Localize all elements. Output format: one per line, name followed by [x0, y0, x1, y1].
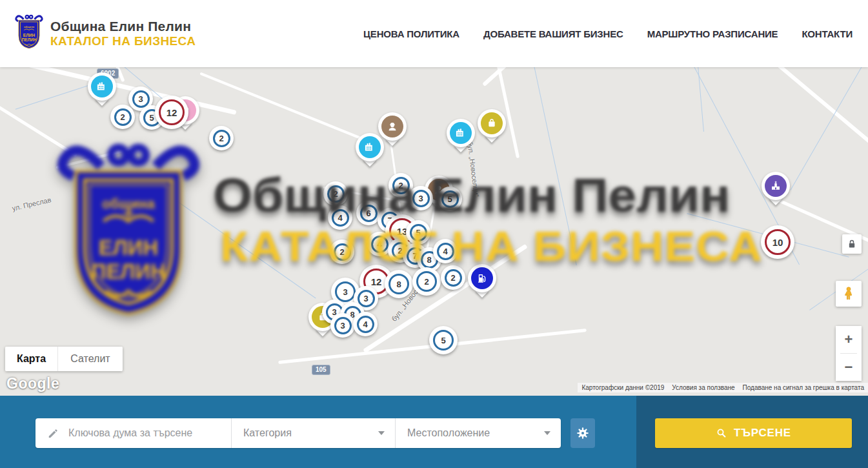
cluster-ring: 5	[441, 190, 459, 208]
cluster-count: 4	[363, 320, 367, 329]
cluster-count: 5	[416, 228, 420, 238]
pin-disc	[378, 112, 407, 141]
cluster-count: 3	[363, 294, 368, 303]
cluster-count: 10	[772, 237, 783, 248]
cluster-ring: 2	[416, 271, 437, 292]
fuel-icon	[471, 267, 493, 289]
zoom-control: + −	[836, 326, 862, 381]
zoom-in-button[interactable]: +	[836, 326, 862, 353]
brand-text[interactable]: Община Елин Пелин КАТАЛОГ НА БИЗНЕСА	[50, 18, 196, 49]
site-header: община ЕЛИН ПЕЛИН Община Елин Пелин КАТА…	[0, 0, 868, 67]
nav-contacts[interactable]: КОНТАКТИ	[802, 28, 853, 39]
chevron-down-icon	[544, 431, 550, 435]
shopping-bag-icon	[481, 112, 503, 134]
nav-pricing[interactable]: ЦЕНОВА ПОЛИТИКА	[363, 28, 459, 39]
church-icon	[765, 175, 787, 197]
search-button[interactable]: ТЪРСЕНЕ	[655, 418, 852, 448]
google-logo[interactable]: Google	[6, 375, 59, 392]
cluster-marker[interactable]: 5	[406, 220, 430, 245]
cluster-marker[interactable]: 2	[441, 265, 465, 290]
cluster-count: 5	[149, 113, 154, 123]
cluster-ring: 3	[335, 281, 356, 302]
zoom-out-button[interactable]: −	[836, 354, 862, 381]
cluster-marker[interactable]: 3	[330, 313, 355, 338]
cluster-count: 2	[219, 134, 223, 143]
cluster-marker[interactable]: 5	[438, 187, 462, 211]
cluster-ring: 12	[159, 99, 185, 125]
category-select[interactable]: Категория	[231, 418, 395, 448]
cluster-ring: 5	[433, 330, 454, 351]
lock-control-button[interactable]	[842, 234, 862, 254]
nav-route-schedule[interactable]: МАРШРУТНО РАЗПИСАНИЕ	[647, 28, 778, 39]
cluster-count: 2	[450, 273, 455, 283]
factory-icon	[91, 76, 113, 97]
fuel-pin-marker[interactable]	[468, 278, 496, 307]
cluster-marker[interactable]: 5	[429, 326, 458, 354]
cluster-marker[interactable]: 2	[330, 239, 354, 264]
cluster-ring: 4	[371, 236, 389, 253]
worker-icon	[381, 116, 403, 137]
cluster-marker[interactable]: 3	[409, 186, 433, 210]
attribution-terms-link[interactable]: Условия за ползване	[668, 384, 738, 391]
cluster-count: 12	[167, 107, 177, 118]
factory-pin-marker[interactable]	[356, 147, 384, 176]
main-nav: ЦЕНОВА ПОЛИТИКА ДОБАВЕТЕ ВАШИЯТ БИЗНЕС М…	[363, 0, 853, 67]
cluster-count: 3	[418, 194, 423, 203]
cluster-count: 3	[343, 287, 347, 297]
boundary-line	[533, 67, 577, 265]
cluster-marker[interactable]: 2	[110, 105, 135, 129]
pin-disc	[762, 172, 790, 200]
cluster-count: 4	[377, 239, 381, 249]
map-canvas[interactable]: 6002105ул. Преславбул. „Новоселци“бул. „…	[0, 67, 868, 396]
street-view-pegman[interactable]	[836, 281, 862, 307]
church-pin-marker[interactable]	[762, 186, 790, 214]
cluster-count: 6	[366, 209, 370, 218]
lock-icon	[845, 238, 858, 250]
cluster-ring: 10	[765, 229, 791, 255]
factory-pin-marker[interactable]	[447, 133, 475, 161]
cluster-ring: 4	[437, 243, 454, 260]
watermark-subtitle: КАТАЛОГ НА БИЗНЕСА	[220, 222, 763, 270]
cluster-ring: 2	[334, 243, 351, 261]
cluster-marker[interactable]: 4	[433, 239, 458, 263]
shopping-bag-pin-marker[interactable]	[478, 123, 506, 152]
pin-disc	[478, 109, 506, 137]
cluster-marker[interactable]: 4	[328, 205, 352, 230]
map-type-satellite-button[interactable]: Сателит	[58, 347, 123, 371]
advanced-settings-button[interactable]	[570, 418, 595, 448]
street-name-label: ул. Преслав	[11, 196, 52, 212]
cluster-marker[interactable]: 2	[209, 126, 234, 150]
map-type-map-button[interactable]: Карта	[5, 347, 58, 371]
attribution-report-link[interactable]: Подаване на сигнал за грешка в картата	[739, 384, 868, 391]
cluster-ring: 2	[114, 108, 132, 126]
cluster-ring: 2	[392, 177, 410, 194]
cluster-ring: 4	[357, 316, 374, 333]
pin-disc	[356, 133, 384, 161]
cluster-count: 2	[333, 189, 338, 199]
nav-add-business[interactable]: ДОБАВЕТЕ ВАШИЯТ БИЗНЕС	[483, 28, 623, 39]
cluster-marker[interactable]: 8	[385, 270, 413, 298]
cluster-marker[interactable]: 2	[323, 181, 348, 206]
municipality-logo[interactable]: община ЕЛИН ПЕЛИН	[14, 13, 44, 52]
cluster-marker[interactable]: 2	[412, 267, 441, 296]
pegman-icon	[840, 285, 857, 302]
boundary-line	[690, 67, 704, 132]
cluster-count: 3	[138, 94, 143, 104]
cluster-marker[interactable]: 12	[155, 96, 188, 129]
cluster-count: 5	[447, 194, 452, 204]
keyword-search-input[interactable]	[68, 427, 223, 439]
cluster-marker[interactable]: 4	[353, 312, 378, 336]
svg-text:ЕЛИН: ЕЛИН	[99, 236, 158, 259]
location-select[interactable]: Местоположение	[395, 418, 561, 448]
search-bar: Категория Местоположение ТЪРСЕНЕ	[0, 396, 868, 468]
cluster-ring: 2	[445, 269, 462, 287]
pin-disc	[88, 72, 116, 101]
cluster-ring: 6	[360, 205, 378, 222]
search-input-group: Категория Местоположение	[35, 418, 561, 448]
cluster-marker[interactable]: 10	[761, 225, 794, 259]
keyword-segment[interactable]	[35, 418, 231, 448]
road-line	[482, 67, 538, 86]
cluster-count: 4	[443, 247, 447, 256]
cluster-ring: 5	[410, 224, 427, 241]
attribution-copyright: Картографски данни ©2019	[578, 384, 668, 391]
